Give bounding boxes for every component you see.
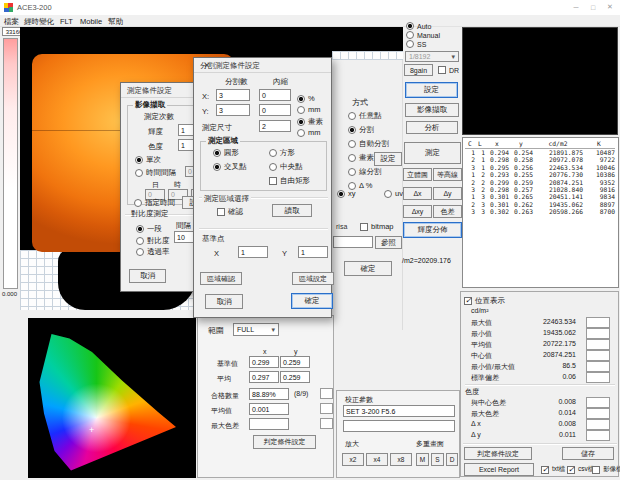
menu-help[interactable]: 幫助: [108, 17, 123, 27]
menu-mobile[interactable]: Mobile: [80, 17, 102, 26]
zoom-x4-button[interactable]: x4: [366, 453, 388, 466]
size-pixel-radio[interactable]: 畫素: [297, 117, 323, 127]
method-option-split[interactable]: 分割: [348, 125, 374, 135]
menu-flt[interactable]: FLT: [60, 17, 73, 26]
y-division-field[interactable]: 3: [216, 104, 250, 116]
color-diff-button[interactable]: 色差: [433, 205, 462, 218]
method-option-any[interactable]: 任意點: [348, 111, 382, 121]
measure-button[interactable]: 測定: [404, 142, 461, 164]
auto-radio[interactable]: Auto: [406, 22, 431, 30]
interval-radio[interactable]: 時間間隔: [135, 168, 176, 178]
method-option-pixel[interactable]: 畫素: [348, 153, 374, 163]
inset-mm-radio[interactable]: mm: [297, 105, 321, 114]
ss-radio[interactable]: SS: [406, 40, 426, 48]
free-rect-checkbox[interactable]: 自由矩形: [269, 176, 310, 186]
area-confirm-button[interactable]: 區域確認: [200, 272, 242, 285]
browse-button[interactable]: 參照: [375, 236, 402, 249]
contrast-radio[interactable]: 對比度: [136, 236, 170, 246]
secondary-view[interactable]: [462, 27, 618, 135]
base-y-field[interactable]: 1: [298, 246, 328, 258]
delta-xy-button[interactable]: Δxy: [403, 205, 432, 218]
dialog-close-icon[interactable]: [200, 59, 214, 71]
set-button[interactable]: 設定: [405, 82, 458, 98]
delta-y-button[interactable]: Δy: [433, 187, 462, 200]
circle-radio[interactable]: 圓形: [213, 148, 239, 158]
calib-title: 校正參數: [345, 395, 373, 405]
method-ok-button[interactable]: 確定: [344, 261, 392, 276]
calib-field-1[interactable]: SET 3-200 F5.6: [343, 405, 455, 417]
cie-diagram[interactable]: +: [28, 318, 196, 478]
analyze-button[interactable]: 分析: [406, 121, 458, 134]
judge-condition-button[interactable]: 判定條件設定: [464, 447, 532, 460]
single-radio[interactable]: 單次: [135, 155, 161, 165]
size-field[interactable]: 2: [259, 120, 291, 132]
maximize-icon[interactable]: □: [585, 1, 601, 13]
size-mm-radio[interactable]: mm: [297, 128, 321, 137]
range-dropdown[interactable]: FULL: [233, 323, 279, 336]
capture-button[interactable]: 影像擷取: [405, 103, 459, 117]
base-x-label: X: [214, 249, 219, 258]
txt-checkbox[interactable]: txt檔: [541, 465, 565, 474]
x-inset-field[interactable]: 0: [259, 89, 291, 101]
multi-d-button[interactable]: D: [446, 453, 458, 466]
method-option-line[interactable]: 線分割: [348, 167, 382, 177]
menu-timelapse[interactable]: 經時變化: [24, 17, 54, 27]
bitmap-checkbox[interactable]: bitmap: [360, 222, 394, 231]
col-y-header: y: [294, 348, 298, 355]
transmit-radio[interactable]: 透過率: [136, 247, 170, 257]
luminance-dist-button[interactable]: 輝度分佈: [403, 222, 462, 238]
gain-button[interactable]: 8gain: [404, 64, 433, 76]
save-button[interactable]: 儲存: [562, 447, 614, 460]
close-icon[interactable]: ✕: [602, 1, 618, 13]
method-set-button[interactable]: 設定: [374, 152, 402, 166]
cross-point-radio[interactable]: 交叉點: [213, 162, 247, 172]
read-button[interactable]: 讀取: [272, 204, 312, 217]
excel-report-button[interactable]: Excel Report: [464, 463, 534, 476]
method-option-autosplit[interactable]: 自動分割: [348, 139, 389, 149]
center-point-radio[interactable]: 中央點: [269, 162, 303, 172]
one-step-radio[interactable]: 一段: [136, 224, 162, 234]
zoom-x2-button[interactable]: x2: [342, 453, 364, 466]
multi-s-button[interactable]: S: [431, 453, 444, 466]
path-field[interactable]: [333, 236, 373, 248]
area-set-button[interactable]: 區域設定: [292, 272, 334, 285]
xy-radio[interactable]: xy: [337, 189, 356, 198]
y-inset-field[interactable]: 0: [259, 104, 291, 116]
square-radio[interactable]: 方形: [269, 148, 295, 158]
manual-radio[interactable]: Manual: [406, 31, 440, 39]
mini-view[interactable]: [332, 27, 403, 60]
split-cancel-button[interactable]: 取消: [205, 294, 243, 309]
measure-cancel-button[interactable]: 取消: [129, 269, 166, 283]
uv-radio[interactable]: uv: [384, 189, 403, 198]
stat-indicator: [586, 350, 610, 361]
menu-file[interactable]: 檔案: [4, 17, 19, 27]
inset-percent-radio[interactable]: %: [297, 94, 315, 103]
table-row: 210.2980.25820972.0789722: [465, 156, 615, 163]
x-division-field[interactable]: 3: [216, 89, 250, 101]
calib-field-2[interactable]: [343, 420, 455, 432]
ref-x-field[interactable]: 0.299: [249, 356, 279, 368]
measurement-table[interactable]: C L x y cd/m2 K 110.2940.25421891.875104…: [465, 139, 615, 216]
chroma-judge-button[interactable]: 判定條件設定: [253, 435, 316, 449]
ref-y-field[interactable]: 0.259: [280, 356, 310, 368]
mean-field: 0.001: [249, 403, 289, 415]
csv-checkbox[interactable]: csv檔: [567, 465, 594, 474]
contour-button[interactable]: 等高線: [433, 168, 462, 181]
base-x-field[interactable]: 1: [238, 246, 268, 258]
shutter-dropdown[interactable]: 1/8192: [405, 51, 459, 62]
confirm-checkbox[interactable]: 確認: [217, 207, 243, 217]
zoom-x8-button[interactable]: x8: [390, 453, 412, 466]
position-display-checkbox[interactable]: 位置表示: [464, 296, 505, 306]
dialog-title-bar[interactable]: 分割測定條件設定: [194, 58, 331, 73]
image-file-checkbox[interactable]: 影像檔: [592, 465, 620, 474]
dr-checkbox[interactable]: DR: [438, 66, 459, 74]
multi-m-button[interactable]: M: [416, 453, 429, 466]
avg-y-field[interactable]: 0.259: [280, 371, 310, 383]
solid-view-button[interactable]: 立體圖: [403, 168, 432, 181]
delta-x-button[interactable]: Δx: [403, 187, 432, 200]
minimize-icon[interactable]: ─: [568, 1, 584, 13]
area-group: 測定區域 圓形 方形 交叉點 中央點 自由矩形: [200, 141, 327, 191]
split-ok-button[interactable]: 確定: [291, 293, 333, 309]
spec-time-radio[interactable]: 指定時間: [134, 198, 175, 208]
avg-x-field[interactable]: 0.297: [249, 371, 279, 383]
